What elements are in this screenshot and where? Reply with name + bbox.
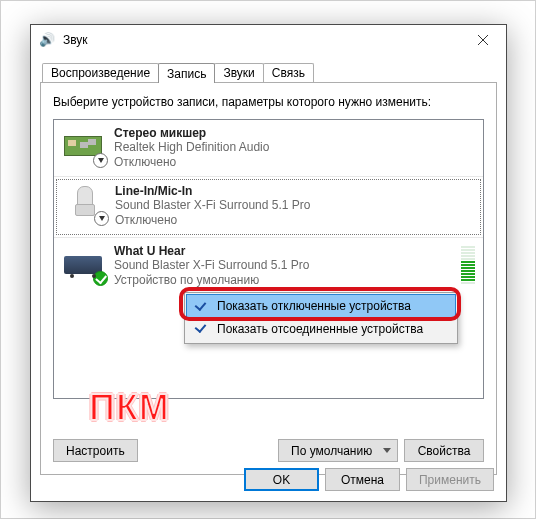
device-status: Устройство по умолчанию (114, 273, 455, 287)
device-name: Стерео микшер (114, 126, 475, 140)
default-dropdown-button[interactable]: По умолчанию (278, 439, 398, 462)
context-item-label: Показать отключенные устройства (217, 299, 411, 313)
properties-button[interactable]: Свойства (404, 439, 484, 462)
context-item-show-disconnected[interactable]: Показать отсоединенные устройства (187, 317, 455, 341)
device-item-stereo-mixer[interactable]: Стерео микшер Realtek High Definition Au… (54, 120, 483, 176)
sound-icon (39, 32, 55, 48)
mic-icon (63, 184, 107, 224)
tab-recording[interactable]: Запись (158, 63, 215, 83)
device-item-what-u-hear[interactable]: What U Hear Sound Blaster X-Fi Surround … (54, 238, 483, 294)
device-driver: Sound Blaster X-Fi Surround 5.1 Pro (115, 198, 474, 213)
instruction-text: Выберите устройство записи, параметры ко… (53, 95, 484, 109)
check-icon (194, 299, 210, 315)
close-button[interactable] (460, 25, 506, 55)
device-list[interactable]: Стерео микшер Realtek High Definition Au… (53, 119, 484, 399)
tab-sounds[interactable]: Звуки (214, 63, 263, 82)
level-meter (461, 244, 475, 284)
tab-communications[interactable]: Связь (263, 63, 314, 82)
device-driver: Sound Blaster X-Fi Surround 5.1 Pro (114, 258, 455, 273)
title-bar: Звук (31, 25, 506, 55)
device-name: What U Hear (114, 244, 455, 258)
disabled-badge-icon (93, 153, 108, 168)
default-button-label: По умолчанию (291, 444, 372, 458)
audio-box-icon (62, 244, 106, 284)
divider (54, 176, 483, 177)
disabled-badge-icon (94, 211, 109, 226)
device-status: Отключено (114, 155, 475, 169)
close-icon (478, 35, 488, 45)
context-item-label: Показать отсоединенные устройства (217, 322, 423, 336)
ok-button[interactable]: OK (244, 468, 319, 491)
cancel-button[interactable]: Отмена (325, 468, 400, 491)
apply-button[interactable]: Применить (406, 468, 494, 491)
device-item-line-in[interactable]: Line-In/Mic-In Sound Blaster X-Fi Surrou… (56, 179, 481, 235)
window-title: Звук (63, 33, 460, 47)
default-badge-icon (93, 271, 108, 286)
device-status: Отключено (115, 213, 474, 227)
context-item-show-disabled[interactable]: Показать отключенные устройства (186, 294, 456, 318)
check-icon (194, 321, 210, 337)
tab-strip: Воспроизведение Запись Звуки Связь (42, 61, 497, 82)
chevron-down-icon (383, 448, 391, 453)
device-name: Line-In/Mic-In (115, 184, 474, 198)
context-menu: Показать отключенные устройства Показать… (184, 292, 458, 344)
sound-dialog: Звук Воспроизведение Запись Звуки Связь … (30, 24, 507, 502)
tab-panel: Выберите устройство записи, параметры ко… (40, 82, 497, 475)
device-driver: Realtek High Definition Audio (114, 140, 475, 155)
tab-playback[interactable]: Воспроизведение (42, 63, 159, 82)
soundcard-icon (62, 126, 106, 166)
configure-button[interactable]: Настроить (53, 439, 138, 462)
